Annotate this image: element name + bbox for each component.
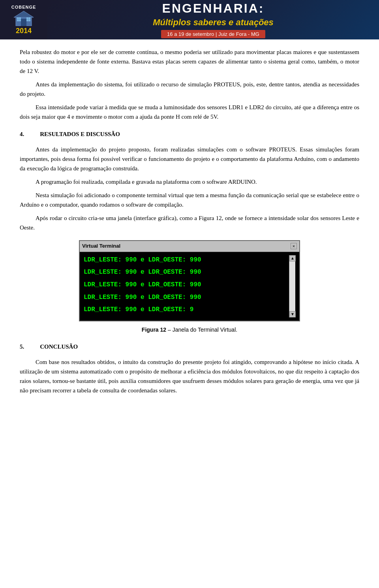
terminal-content: LDR_LESTE: 990 e LDR_OESTE: 990LDR_LESTE… [84, 255, 289, 317]
section-5-heading: 5. CONCLUSÃO [20, 342, 359, 351]
terminal-title: Virtual Terminal [82, 242, 120, 250]
cobenge-house-icon [14, 10, 34, 26]
paragraph-1: Pela robustez do motor e por ele ser de … [20, 47, 359, 76]
terminal-body: LDR_LESTE: 990 e LDR_OESTE: 990LDR_LESTE… [80, 252, 299, 321]
page-header: COBENGE 2014 ENGENHARIA: Múltiplos saber… [0, 0, 379, 39]
terminal-line: LDR_LESTE: 990 e LDR_OESTE: 9 [84, 305, 289, 315]
paragraph-3: Essa intensidade pode variar à medida qu… [20, 103, 359, 121]
header-date-location: 16 a 19 de setembro | Juiz de Fora - MG [161, 30, 265, 38]
cobenge-logo: COBENGE 2014 [0, 0, 47, 39]
paragraph-4: Antes da implementação do projeto propos… [20, 145, 359, 173]
terminal-line: LDR_LESTE: 990 e LDR_OESTE: 990 [84, 255, 289, 265]
scrollbar-track [289, 261, 295, 311]
figure-caption: Figura 12 – Janela do Terminal Virtual. [142, 325, 237, 334]
paragraph-5: A programação foi realizada, compilada e… [20, 177, 359, 187]
terminal-line: LDR_LESTE: 990 e LDR_OESTE: 990 [84, 293, 289, 303]
virtual-terminal-window: Virtual Terminal × LDR_LESTE: 990 e LDR_… [79, 240, 300, 321]
paragraph-8: Com base nos resultados obtidos, o intui… [20, 357, 359, 395]
paragraph-2: Antes da implementação do sistema, foi u… [20, 80, 359, 99]
section-4-title: RESULTADOS E DISCUSSÃO [40, 129, 120, 139]
svg-marker-1 [14, 11, 34, 17]
terminal-scrollbar: ▲ ▼ [289, 255, 295, 317]
header-title: ENGENHARIA: [162, 1, 265, 16]
section-5-number: 5. [20, 342, 24, 351]
section-4-number: 4. [20, 129, 24, 139]
paragraph-6: Nesta simulação foi adicionado o compone… [20, 190, 359, 209]
figure-separator: – [166, 327, 173, 333]
svg-rect-2 [21, 19, 26, 26]
scrollbar-down-button[interactable]: ▼ [289, 311, 296, 317]
figure-description: Janela do Terminal Virtual. [173, 327, 237, 333]
section-5-title: CONCLUSÃO [40, 342, 78, 351]
paragraph-7: Após rodar o circuito cria-se uma janela… [20, 213, 359, 232]
terminal-close-button[interactable]: × [291, 243, 297, 249]
terminal-line: LDR_LESTE: 990 e LDR_OESTE: 990 [84, 267, 289, 278]
terminal-line: LDR_LESTE: 990 e LDR_OESTE: 990 [84, 280, 289, 290]
scrollbar-up-button[interactable]: ▲ [289, 255, 296, 261]
figure-12-container: Virtual Terminal × LDR_LESTE: 990 e LDR_… [75, 240, 304, 334]
section-4-heading: 4. RESULTADOS E DISCUSSÃO [20, 129, 359, 139]
main-content: Pela robustez do motor e por ele ser de … [0, 39, 379, 407]
header-main-area: ENGENHARIA: Múltiplos saberes e atuações… [47, 0, 379, 39]
terminal-titlebar: Virtual Terminal × [80, 241, 299, 252]
cobenge-year: 2014 [16, 27, 32, 35]
cobenge-text: COBENGE [11, 5, 36, 9]
figure-label: Figura 12 [142, 327, 166, 333]
header-subtitle: Múltiplos saberes e atuações [153, 17, 274, 28]
